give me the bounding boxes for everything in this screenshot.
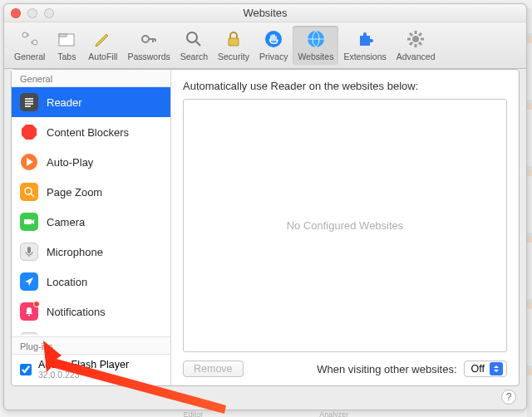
- sidebar-item-page-zoom[interactable]: Page Zoom: [12, 177, 170, 207]
- microphone-icon: [20, 243, 38, 261]
- svg-rect-32: [27, 247, 31, 253]
- sidebar-item-microphone[interactable]: Microphone: [12, 237, 170, 267]
- tab-privacy[interactable]: Privacy: [254, 26, 293, 65]
- plugin-row-flash[interactable]: Adobe Flash Player 32.0.0.223: [12, 355, 170, 385]
- svg-rect-30: [24, 219, 32, 224]
- svg-marker-25: [22, 125, 37, 140]
- background-caption: EditorAnalyzer: [0, 410, 532, 417]
- sidebar-item-label: Page Zoom: [47, 186, 102, 199]
- main-footer: Remove When visiting other websites: Off: [183, 361, 507, 377]
- svg-line-8: [196, 42, 200, 46]
- visiting-value: Off: [471, 363, 485, 375]
- sidebar-item-camera[interactable]: Camera: [12, 207, 170, 237]
- titlebar: Websites: [4, 4, 526, 22]
- tab-security[interactable]: Security: [213, 26, 254, 65]
- svg-marker-31: [32, 219, 34, 224]
- visiting-select[interactable]: Off: [464, 361, 507, 377]
- sidebar-item-popup-windows[interactable]: Pop-up Windows: [12, 326, 170, 335]
- sidebar-item-label: Content Blockers: [47, 126, 129, 139]
- toolbar: General Tabs AutoFill Passwords Search: [4, 22, 526, 69]
- preferences-window: Websites General Tabs AutoFill Passwords: [3, 3, 527, 410]
- stop-icon: [20, 123, 38, 141]
- sidebar-item-reader[interactable]: Reader: [12, 87, 170, 117]
- camera-icon: [20, 213, 38, 231]
- tab-search[interactable]: Search: [175, 26, 213, 65]
- svg-point-6: [142, 36, 149, 42]
- tab-tabs[interactable]: Tabs: [50, 26, 83, 65]
- svg-line-19: [410, 42, 412, 45]
- lock-icon: [222, 27, 245, 51]
- svg-point-7: [187, 32, 197, 42]
- svg-point-12: [412, 36, 419, 42]
- sidebar: General Reader Content Blockers: [12, 70, 171, 385]
- sidebar-item-notifications[interactable]: Notifications: [12, 297, 170, 326]
- notification-badge: [33, 301, 40, 307]
- sidebar-general-header: General: [12, 70, 170, 87]
- tabs-icon: [55, 27, 78, 51]
- svg-point-10: [265, 31, 282, 47]
- plugin-checkbox[interactable]: [20, 364, 32, 375]
- plugin-name: Adobe Flash Player: [38, 360, 129, 371]
- content-pane: General Reader Content Blockers: [11, 69, 520, 386]
- search-icon: [182, 27, 205, 51]
- tab-advanced[interactable]: Advanced: [392, 26, 441, 65]
- sidebar-list: Reader Content Blockers Auto-Play: [12, 87, 170, 335]
- background-strip: [527, 8, 532, 417]
- window-icon: [20, 332, 38, 335]
- switches-icon: [18, 27, 42, 51]
- visiting-label: When visiting other websites:: [317, 363, 456, 375]
- play-icon: [20, 153, 38, 171]
- reader-icon: [20, 93, 38, 111]
- tab-general[interactable]: General: [9, 26, 50, 65]
- hand-icon: [262, 27, 285, 51]
- stepper-icon: [490, 362, 503, 375]
- gear-icon: [404, 27, 427, 51]
- tab-autofill[interactable]: AutoFill: [83, 26, 122, 65]
- help-button[interactable]: ?: [501, 390, 516, 405]
- puzzle-icon: [353, 27, 377, 51]
- svg-point-28: [25, 188, 32, 194]
- svg-rect-5: [59, 34, 66, 37]
- location-icon: [20, 272, 38, 291]
- svg-line-18: [419, 42, 421, 45]
- window-title: Websites: [4, 7, 526, 19]
- empty-placeholder: No Configured Websites: [287, 219, 404, 232]
- svg-marker-33: [25, 277, 33, 286]
- svg-point-34: [28, 315, 30, 316]
- pencil-icon: [91, 27, 115, 51]
- remove-button[interactable]: Remove: [183, 361, 244, 377]
- sidebar-item-label: Location: [47, 276, 87, 288]
- zoom-icon: [20, 183, 38, 201]
- main-pane: Automatically use Reader on the websites…: [171, 70, 519, 385]
- svg-line-29: [31, 194, 34, 197]
- svg-point-3: [32, 40, 37, 45]
- globe-icon: [304, 27, 328, 51]
- bell-icon: [20, 302, 38, 321]
- main-heading: Automatically use Reader on the websites…: [183, 80, 507, 92]
- tab-websites[interactable]: Websites: [293, 26, 338, 65]
- sidebar-item-label: Camera: [47, 216, 85, 228]
- svg-rect-9: [229, 38, 239, 46]
- tab-passwords[interactable]: Passwords: [122, 26, 175, 65]
- sidebar-item-auto-play[interactable]: Auto-Play: [12, 147, 170, 177]
- sidebar-item-label: Notifications: [47, 306, 106, 318]
- key-icon: [137, 27, 160, 51]
- svg-point-1: [22, 32, 27, 37]
- tab-extensions[interactable]: Extensions: [338, 26, 391, 65]
- websites-list[interactable]: No Configured Websites: [183, 99, 507, 352]
- sidebar-item-content-blockers[interactable]: Content Blockers: [12, 117, 170, 147]
- sidebar-item-label: Reader: [47, 96, 82, 109]
- sidebar-item-label: Auto-Play: [47, 156, 93, 169]
- sidebar-item-location[interactable]: Location: [12, 267, 170, 297]
- sidebar-item-label: Microphone: [47, 246, 103, 258]
- svg-line-20: [419, 33, 421, 36]
- svg-line-17: [410, 33, 412, 36]
- plugin-version: 32.0.0.223: [38, 370, 129, 380]
- sidebar-plugins-header: Plug-ins: [12, 336, 170, 355]
